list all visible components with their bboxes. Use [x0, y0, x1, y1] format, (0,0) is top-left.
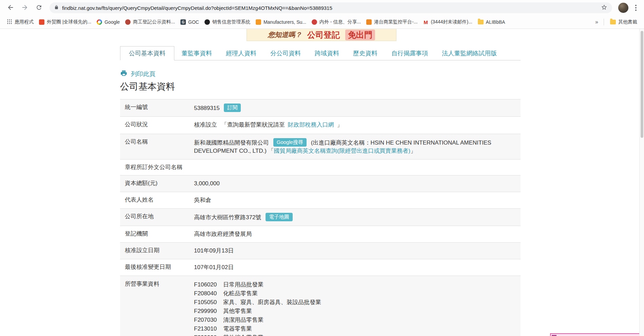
tax-portal-link[interactable]: 財政部稅務入口網: [288, 122, 334, 128]
red-circle-icon: [312, 19, 317, 25]
url-bar[interactable]: findbiz.nat.gov.tw/fts/query/QueryCmpyDe…: [50, 2, 612, 13]
back-arrow-icon: [7, 4, 14, 12]
subscribe-button[interactable]: 訂閱: [224, 104, 241, 112]
row-value: 新和晟國際精品開發有限公司 Google搜尋 (出進口廠商英文名稱：HSIN H…: [194, 138, 521, 155]
row-label: 核准設立日期: [120, 247, 194, 254]
business-item: F399990其他綜合零售業: [194, 333, 514, 336]
bookmark-apps[interactable]: 應用程式: [4, 18, 36, 27]
row-label: 代表人姓名: [120, 196, 194, 204]
kebab-menu-icon: [635, 5, 637, 11]
tab-history[interactable]: 歷史資料: [353, 46, 377, 60]
tab-cross-domain[interactable]: 跨域資料: [315, 46, 339, 60]
row-label: 公司所在地: [120, 213, 194, 220]
tab-branches[interactable]: 分公司資料: [270, 46, 301, 60]
table-row-approval-date: 核准設立日期 101年09月13日: [120, 243, 521, 259]
url-text: findbiz.nat.gov.tw/fts/query/QueryCmpyDe…: [62, 5, 601, 11]
bookmark-label: 销售信息管理系统: [212, 19, 250, 25]
forward-button[interactable]: [19, 2, 31, 14]
row-value: 核准設立 「查詢最新營業狀況請至 財政部稅務入口網 」: [194, 121, 521, 129]
business-item: F208040化粧品零售業: [194, 289, 514, 298]
page-title: 公司基本資料: [120, 80, 175, 93]
page-content: 您知道嗎？ 公司登記 免出門 公司基本資料 董監事資料 經理人資料 分公司資料 …: [0, 29, 644, 336]
floating-widget-clipped[interactable]: [550, 333, 642, 336]
status-quote-close: 」: [337, 122, 343, 128]
banner-text-3: 免出門: [345, 30, 375, 40]
promo-banner[interactable]: 您知道嗎？ 公司登記 免出門: [247, 29, 396, 41]
bookmarks-overflow-chevron[interactable]: »: [593, 18, 600, 26]
bookmark-label: ALIBbBA: [486, 19, 505, 25]
tab-self-disclosure[interactable]: 自行揭露事項: [391, 46, 428, 60]
business-item: F299990其他零售業: [194, 307, 514, 316]
bookmark-sales-system[interactable]: 销售信息管理系统: [202, 18, 253, 26]
row-value: 53889315 訂閱: [194, 104, 521, 112]
trade-bureau-link[interactable]: 國貿局廠商英文名稱查詢(限經營出進口或買賣業務者): [274, 148, 410, 154]
red-site-icon: [39, 19, 44, 25]
bookmark-manufacturers[interactable]: Manufacturers, Su...: [253, 18, 309, 26]
row-label: 最後核准變更日期: [120, 263, 194, 271]
name-quote-close: 」: [410, 148, 416, 154]
table-row-foreign-name: 章程所訂外文公司名稱: [120, 160, 521, 175]
reload-button[interactable]: [33, 2, 45, 14]
row-value: 吳和倉: [194, 196, 521, 204]
table-row-address: 公司所在地 高雄市大樹區竹寮路372號 電子地圖: [120, 209, 521, 226]
company-detail-table: 統一編號 53889315 訂閱 公司狀況 核准設立 「查詢最新營業狀況請至 財…: [120, 99, 521, 336]
bookmark-alibbba-folder[interactable]: ALIBbBA: [475, 18, 508, 26]
row-value: 101年09月13日: [194, 247, 521, 255]
forward-arrow-icon: [21, 4, 28, 12]
bookmarks-separator: [604, 19, 604, 25]
table-row-ban: 統一編號 53889315 訂閱: [120, 99, 521, 117]
printer-icon: [120, 70, 128, 78]
tab-director-network[interactable]: 法人董監網絡試用版: [442, 46, 497, 60]
apps-grid-icon: [7, 19, 12, 25]
browser-toolbar: findbiz.nat.gov.tw/fts/query/QueryCmpyDe…: [0, 0, 644, 16]
bookmark-monitor-platform[interactable]: 港台商業監控平台-...: [364, 18, 420, 26]
other-bookmarks[interactable]: 其他書籤: [607, 18, 640, 26]
bookmark-neiwai[interactable]: 内外 - 信息、分享...: [309, 18, 364, 26]
detail-tabs: 公司基本資料 董監事資料 經理人資料 分公司資料 跨域資料 歷史資料 自行揭露事…: [120, 46, 521, 60]
table-row-status: 公司狀況 核准設立 「查詢最新營業狀況請至 財政部稅務入口網 」: [120, 117, 521, 134]
bookmark-waimaoquan[interactable]: 外贸圈 |全球领先的...: [36, 18, 94, 26]
back-button[interactable]: [4, 2, 17, 14]
print-page-link[interactable]: 列印此頁: [131, 70, 155, 78]
banner-text-1: 您知道嗎？: [268, 30, 302, 39]
business-item: F105050家具、寢具、廚房器具、裝設品批發業: [194, 298, 514, 307]
folder-icon: [610, 20, 616, 24]
bookmark-mail[interactable]: M (3444封未读邮件)...: [420, 18, 475, 26]
bookmark-gcis[interactable]: 商工登記公示資料...: [122, 18, 178, 26]
bookmark-label: 商工登記公示資料...: [133, 19, 175, 25]
tab-directors[interactable]: 董監事資料: [181, 46, 212, 60]
status-value: 核准設立: [194, 122, 217, 128]
table-row-representative: 代表人姓名 吳和倉: [120, 192, 521, 209]
page-scrollbar[interactable]: [639, 29, 644, 336]
bookmark-label: 港台商業監控平台-...: [374, 19, 417, 25]
table-row-authority: 登記機關 高雄市政府經濟發展局: [120, 226, 521, 243]
row-label: 登記機關: [120, 230, 194, 238]
bookmark-label: Google: [104, 19, 120, 25]
row-label: 公司狀況: [120, 121, 194, 128]
row-value: 高雄市大樹區竹寮路372號 電子地圖: [194, 213, 521, 222]
business-item: F106020日常用品批發業: [194, 280, 514, 289]
business-item: F207030清潔用品零售業: [194, 316, 514, 324]
bookmarks-bar: 應用程式 外贸圈 |全球领先的... Google 商工登記公示資料... G …: [0, 16, 644, 29]
profile-avatar[interactable]: [618, 3, 628, 13]
orange2-site-icon: [366, 19, 372, 25]
google-logo-icon: [97, 19, 102, 25]
row-label: 所營事業資料: [120, 280, 194, 288]
browser-menu-button[interactable]: [631, 3, 641, 13]
bookmark-label: 内外 - 信息、分享...: [319, 19, 361, 25]
reload-icon: [36, 4, 42, 12]
bookmark-label: Manufacturers, Su...: [264, 19, 306, 25]
bookmark-google[interactable]: Google: [94, 18, 122, 26]
map-button[interactable]: 電子地圖: [266, 213, 293, 221]
black-site-icon: [204, 19, 210, 25]
banner-text-2: 公司登記: [307, 30, 340, 40]
google-search-button[interactable]: Google搜尋: [273, 138, 307, 147]
tab-managers[interactable]: 經理人資料: [226, 46, 256, 60]
bookmark-star-icon[interactable]: [601, 4, 607, 12]
table-row-capital: 資本總額(元) 3,000,000: [120, 175, 521, 192]
scrollbar-thumb[interactable]: [641, 31, 643, 138]
bookmark-goc[interactable]: G GOC: [178, 18, 202, 26]
tab-company-basic[interactable]: 公司基本資料: [120, 46, 174, 60]
orange-site-icon: [256, 19, 261, 25]
ban-number: 53889315: [194, 105, 220, 111]
